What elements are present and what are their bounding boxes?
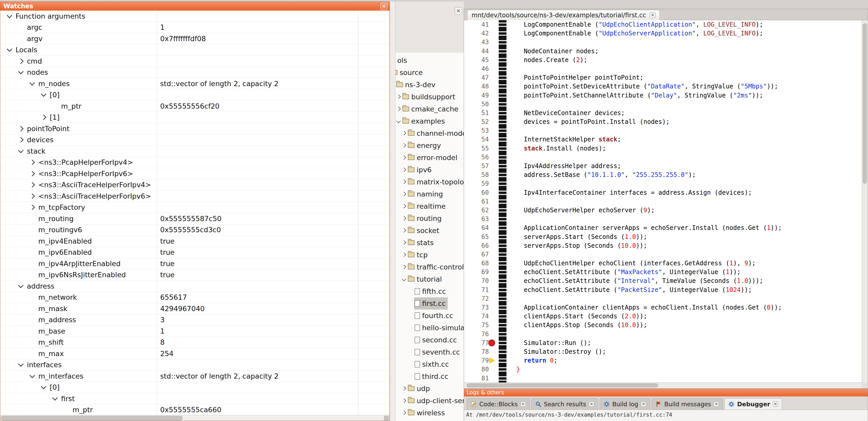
- code-text[interactable]: [506, 153, 862, 162]
- line-number[interactable]: 62: [464, 206, 493, 215]
- collapse-icon[interactable]: [18, 283, 24, 288]
- watch-row-m-max[interactable]: m_max254: [0, 348, 390, 359]
- expand-icon[interactable]: [30, 182, 35, 188]
- watch-row-m-routing[interactable]: m_routing0x555555587c50: [0, 213, 390, 224]
- line-number[interactable]: 50: [464, 100, 493, 108]
- marker-margin[interactable]: [493, 82, 499, 91]
- expand-icon[interactable]: [30, 160, 35, 165]
- watches-horizontal-scrollbar[interactable]: [0, 415, 390, 421]
- expand-icon[interactable]: [402, 180, 406, 184]
- code-text[interactable]: echoClient.SetAttribute ("MaxPackets", U…: [506, 268, 862, 277]
- marker-margin[interactable]: [493, 188, 499, 197]
- code-text[interactable]: Simulator::Run ();: [506, 338, 862, 347]
- marker-margin[interactable]: [493, 38, 499, 46]
- expand-icon[interactable]: [402, 253, 406, 257]
- tree-item-matrix-topology[interactable]: matrix-topology: [396, 176, 464, 188]
- tree-item-buildsupport[interactable]: buildsupport: [396, 91, 464, 103]
- line-number[interactable]: 68: [464, 259, 493, 268]
- marker-margin[interactable]: [493, 179, 499, 188]
- tree-item-sixth-cc[interactable]: sixth.cc: [396, 358, 464, 370]
- editor-tab-close-icon[interactable]: [650, 12, 655, 18]
- line-number[interactable]: 41: [464, 20, 493, 29]
- tree-item-seventh-cc[interactable]: seventh.cc: [396, 346, 464, 358]
- tree-item-cmake-cache[interactable]: cmake_cache: [396, 103, 464, 115]
- code-text[interactable]: LogComponentEnable ("UdpEchoServerApplic…: [506, 29, 862, 38]
- tree-item-routing[interactable]: routing: [396, 212, 464, 224]
- marker-margin[interactable]: [493, 286, 499, 294]
- line-number[interactable]: 44: [464, 47, 493, 56]
- tree-item-hello-simulator-cc[interactable]: hello-simulator.cc: [396, 322, 464, 334]
- collapse-icon[interactable]: [18, 69, 24, 74]
- watch-row-m-ptr[interactable]: m_ptr0x55555556cf20: [0, 101, 390, 112]
- line-number[interactable]: 58: [464, 170, 493, 179]
- tree-item-ols[interactable]: ols: [396, 54, 464, 66]
- line-number[interactable]: 66: [464, 241, 493, 250]
- close-icon[interactable]: [641, 401, 646, 407]
- watch-row-m-routingv6[interactable]: m_routingv60x5555555cd3c0: [0, 224, 390, 236]
- watch-row-1[interactable]: [1]: [0, 112, 390, 123]
- line-number[interactable]: 64: [464, 223, 493, 232]
- line-number[interactable]: 63: [464, 215, 493, 223]
- management-vertical-scrollbar[interactable]: [390, 2, 396, 421]
- tree-item-traffic-control[interactable]: traffic-control: [396, 261, 464, 273]
- line-number[interactable]: 61: [464, 197, 493, 206]
- code-text[interactable]: [506, 126, 862, 135]
- marker-margin[interactable]: [493, 277, 499, 285]
- expand-icon[interactable]: [402, 168, 406, 172]
- marker-margin[interactable]: [493, 356, 499, 365]
- tree-item-realtime[interactable]: realtime: [396, 200, 464, 212]
- marker-margin[interactable]: [493, 73, 499, 82]
- collapse-icon[interactable]: [7, 46, 12, 52]
- editor-hscroll-thumb[interactable]: [467, 384, 658, 387]
- watch-row-address[interactable]: address: [0, 281, 390, 292]
- expand-icon[interactable]: [30, 171, 35, 176]
- tree-item-third-cc[interactable]: third.cc: [396, 370, 464, 383]
- watch-row-devices[interactable]: devices: [0, 134, 390, 146]
- code-text[interactable]: [506, 215, 862, 223]
- breakpoint-marker[interactable]: [488, 339, 495, 346]
- code-text[interactable]: [506, 294, 862, 303]
- line-number[interactable]: 72: [464, 294, 493, 303]
- marker-margin[interactable]: [493, 197, 499, 206]
- code-text[interactable]: [506, 179, 862, 188]
- logs-tab-debugger[interactable]: Debugger: [724, 398, 782, 410]
- expand-icon[interactable]: [30, 204, 35, 210]
- expand-icon[interactable]: [402, 204, 406, 208]
- code-text[interactable]: devices = pointToPoint.Install (nodes);: [506, 118, 862, 126]
- watch-row-m-ptr[interactable]: m_ptr0x5555555ca660: [0, 404, 390, 415]
- code-text[interactable]: Simulator::Destroy ();: [506, 347, 862, 356]
- tree-item-examples[interactable]: examples: [396, 115, 464, 127]
- logs-tab-code-blocks[interactable]: Code::Blocks: [467, 398, 530, 410]
- collapse-icon[interactable]: [41, 384, 46, 389]
- line-number[interactable]: 59: [464, 179, 493, 188]
- marker-margin[interactable]: [493, 259, 499, 268]
- close-icon[interactable]: [773, 401, 778, 407]
- code-text[interactable]: LogComponentEnable ("UdpEchoClientApplic…: [506, 20, 862, 29]
- line-number[interactable]: 65: [464, 232, 493, 241]
- code-text[interactable]: [506, 330, 862, 338]
- watch-row-m-tcpfactory[interactable]: m_tcpFactory: [0, 202, 390, 213]
- tree-item-first-cc[interactable]: first.cc: [396, 297, 464, 310]
- line-number[interactable]: 52: [464, 118, 493, 126]
- tree-item-tcp[interactable]: tcp: [396, 249, 464, 261]
- tree-item-channel-models[interactable]: channel-models: [396, 127, 464, 139]
- marker-margin[interactable]: [493, 135, 499, 144]
- close-icon[interactable]: [589, 401, 594, 407]
- code-text[interactable]: Ipv4AddressHelper address;: [506, 162, 862, 170]
- marker-margin[interactable]: [493, 294, 499, 303]
- code-text[interactable]: [506, 100, 862, 108]
- code-text[interactable]: serverApps.Stop (Seconds (10.0));: [506, 241, 862, 250]
- line-number[interactable]: 80: [464, 365, 493, 374]
- expand-icon[interactable]: [18, 137, 24, 142]
- watch-row-locals[interactable]: Locals: [0, 44, 390, 56]
- expand-icon[interactable]: [402, 411, 406, 415]
- expand-icon[interactable]: [402, 192, 406, 196]
- watch-row-argc[interactable]: argc1: [0, 22, 390, 33]
- code-text[interactable]: return 0;: [506, 356, 862, 365]
- expand-icon[interactable]: [402, 240, 406, 245]
- line-number[interactable]: 53: [464, 126, 493, 135]
- watches-hscroll-end-button[interactable]: [384, 416, 389, 420]
- line-number[interactable]: 81: [464, 374, 493, 383]
- expand-icon[interactable]: [402, 131, 406, 135]
- watch-row-stack[interactable]: stack: [0, 145, 390, 157]
